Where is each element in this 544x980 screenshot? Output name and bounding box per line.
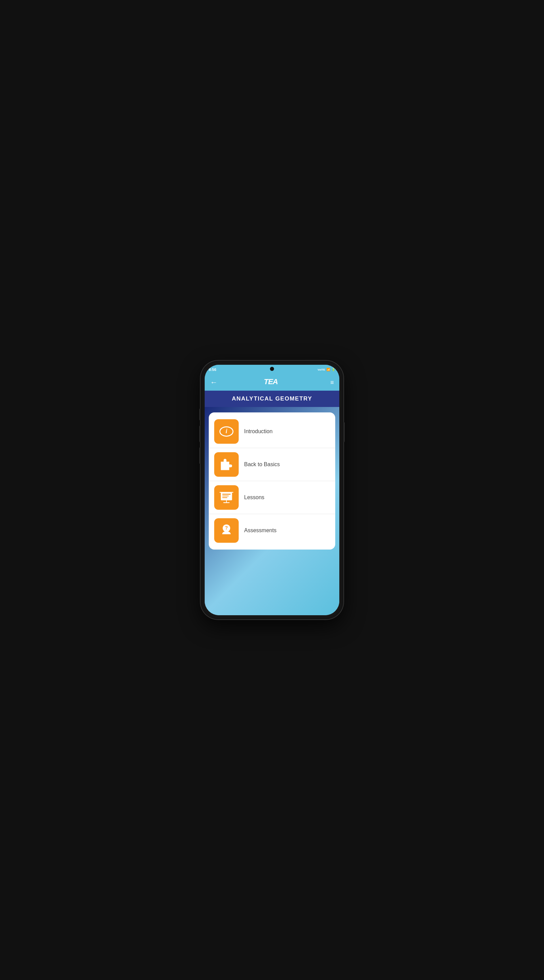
page-title-bar: ANALYTICAL GEOMETRY	[205, 391, 339, 407]
volume-up-button	[199, 425, 201, 442]
back-button[interactable]: ←	[210, 379, 217, 386]
power-button	[343, 422, 345, 442]
phone-frame: 8:56 VolTE 📶 🔋 ← TEA ≡ ANALYTICAL GEOMET…	[201, 361, 343, 619]
svg-rect-6	[222, 497, 227, 498]
svg-text:?: ?	[225, 525, 228, 530]
assessments-icon-box: ?	[214, 518, 239, 543]
menu-item-lessons[interactable]: Lessons	[209, 481, 335, 514]
status-time: 8:56	[209, 368, 216, 372]
svg-text:i: i	[226, 428, 227, 434]
app-header: ← TEA ≡	[205, 374, 339, 391]
phone-screen: 8:56 VolTE 📶 🔋 ← TEA ≡ ANALYTICAL GEOMET…	[205, 365, 339, 615]
volume-silent-button	[199, 408, 201, 421]
quiz-icon: ?	[219, 523, 234, 538]
menu-button[interactable]: ≡	[330, 379, 334, 386]
puzzle-icon	[219, 457, 234, 472]
battery-icon: 🔋	[331, 368, 335, 371]
lessons-icon-box	[214, 485, 239, 510]
lessons-label: Lessons	[244, 495, 265, 501]
svg-text:TEA: TEA	[264, 377, 278, 386]
status-icons: VolTE 📶 🔋	[317, 368, 335, 371]
menu-item-back-to-basics[interactable]: Back to Basics	[209, 448, 335, 481]
menu-item-assessments[interactable]: ? Assessments	[209, 514, 335, 547]
app-logo: TEA	[264, 377, 284, 388]
front-camera	[270, 367, 274, 371]
svg-rect-4	[222, 494, 231, 495]
info-icon: i	[219, 424, 234, 439]
introduction-label: Introduction	[244, 428, 273, 434]
back-to-basics-icon-box	[214, 452, 239, 477]
menu-card: i Introduction Back to Basics	[209, 412, 335, 550]
signal-icon: 📶	[327, 368, 330, 371]
svg-rect-5	[222, 496, 229, 496]
content-area: i Introduction Back to Basics	[205, 407, 339, 615]
presentation-icon	[219, 490, 234, 505]
back-to-basics-label: Back to Basics	[244, 461, 280, 468]
logo-svg: TEA	[264, 377, 284, 386]
page-title: ANALYTICAL GEOMETRY	[210, 395, 334, 402]
assessments-label: Assessments	[244, 527, 276, 533]
volume-down-button	[199, 447, 201, 464]
menu-item-introduction[interactable]: i Introduction	[209, 415, 335, 448]
network-type-icon: VolTE	[317, 368, 325, 371]
introduction-icon-box: i	[214, 419, 239, 444]
